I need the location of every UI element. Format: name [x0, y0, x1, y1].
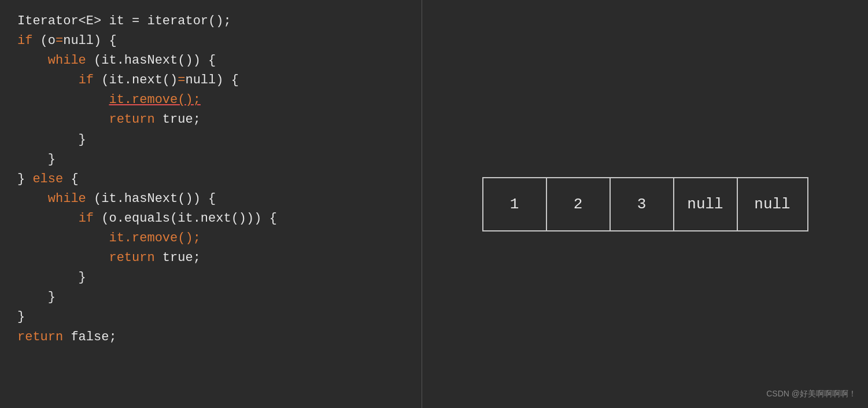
- code-line: if (o=null) {: [17, 31, 404, 51]
- code-line: } else {: [17, 170, 404, 189]
- code-line: return true;: [17, 248, 404, 268]
- array-cell: null: [738, 178, 807, 230]
- watermark: CSDN @好美啊啊啊啊！: [766, 389, 856, 399]
- code-line: }: [17, 307, 404, 327]
- visualization-panel: 123nullnull CSDN @好美啊啊啊啊！: [422, 0, 868, 408]
- array-visualization: 123nullnull: [482, 177, 808, 231]
- array-cell: 3: [611, 178, 674, 230]
- array-cell: 2: [547, 178, 611, 230]
- code-panel: Iterator<E> it = iterator();if (o=null) …: [0, 0, 422, 408]
- code-line: }: [17, 268, 404, 288]
- array-cell: null: [674, 178, 738, 230]
- code-line: return true;: [17, 110, 404, 130]
- code-line: it.remove();: [17, 90, 404, 110]
- code-line: return false;: [17, 328, 404, 347]
- array-cell: 1: [483, 178, 547, 230]
- code-line: }: [17, 150, 404, 170]
- code-line: if (it.next()=null) {: [17, 71, 404, 90]
- code-line: if (o.equals(it.next())) {: [17, 209, 404, 229]
- code-line: }: [17, 288, 404, 307]
- code-line: Iterator<E> it = iterator();: [17, 12, 404, 31]
- code-line: it.remove();: [17, 229, 404, 248]
- code-line: while (it.hasNext()) {: [17, 189, 404, 209]
- code-line: while (it.hasNext()) {: [17, 51, 404, 71]
- code-line: }: [17, 130, 404, 150]
- code-block: Iterator<E> it = iterator();if (o=null) …: [17, 12, 404, 347]
